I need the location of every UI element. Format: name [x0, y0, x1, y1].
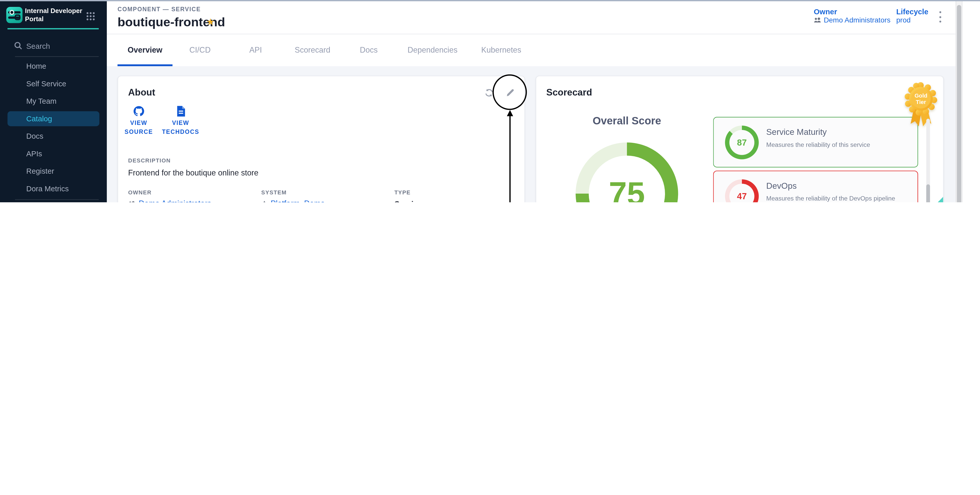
- app-window: Internal Developer Portal Search Home Se…: [0, 0, 980, 202]
- search-input[interactable]: Search: [26, 42, 50, 51]
- scorecard-metric-list: 87 Service Maturity Measures the reliabi…: [713, 116, 931, 202]
- app-switcher-icon[interactable]: [86, 11, 95, 21]
- sidebar-item-dora-metrics[interactable]: Dora Metrics: [7, 181, 99, 196]
- view-techdocs-button[interactable]: VIEW TECHDOCS: [159, 119, 202, 136]
- description-label: DESCRIPTION: [128, 158, 171, 164]
- page-scrollbar-thumb[interactable]: [957, 5, 961, 202]
- type-field-value: Service: [395, 200, 422, 202]
- app-title: Internal Developer Portal: [25, 7, 85, 23]
- people-icon: [814, 17, 821, 23]
- badge-line1: Gold: [915, 92, 928, 99]
- github-icon: [133, 105, 144, 117]
- about-card: About VIEW SOURCE VIE: [118, 76, 525, 202]
- favorite-star-icon[interactable]: ★: [206, 16, 215, 28]
- header-lifecycle-block: Lifecycle prod: [896, 7, 928, 24]
- sidebar-divider: [15, 56, 99, 57]
- lifecycle-value: prod: [896, 16, 928, 24]
- overall-score-label: Overall Score: [536, 115, 718, 127]
- tab-dependencies[interactable]: Dependencies: [407, 46, 458, 54]
- overall-score-donut: 75: [576, 143, 678, 202]
- metric-list-scrollbar-thumb[interactable]: [926, 185, 930, 202]
- app-logo[interactable]: [6, 7, 22, 23]
- annotation-circle: [493, 74, 527, 110]
- tab-cicd[interactable]: CI/CD: [189, 46, 210, 54]
- type-field-label: TYPE: [395, 189, 410, 196]
- sidebar-item-catalog[interactable]: Catalog: [7, 111, 99, 126]
- sidebar-item-home[interactable]: Home: [7, 59, 99, 74]
- techdocs-icon: [176, 105, 186, 117]
- metric-donut: 47: [725, 179, 759, 202]
- system-field-link[interactable]: Platform_Demo: [261, 199, 325, 202]
- breadcrumb: COMPONENT — SERVICE: [118, 6, 201, 13]
- lifecycle-label: Lifecycle: [896, 7, 928, 16]
- header-owner-block: Owner Demo Administrators: [814, 7, 890, 24]
- metric-donut: 87: [725, 126, 759, 159]
- sidebar: Internal Developer Portal Search Home Se…: [0, 1, 107, 202]
- active-tab-underline: [118, 64, 172, 66]
- sidebar-item-self-service[interactable]: Self Service: [7, 76, 99, 91]
- sidebar-divider: [15, 199, 99, 200]
- sidebar-item-my-team[interactable]: My Team: [7, 94, 99, 109]
- system-field-label: SYSTEM: [261, 189, 286, 196]
- system-icon: [261, 200, 267, 202]
- tab-kubernetes[interactable]: Kubernetes: [481, 46, 521, 54]
- people-icon: [128, 201, 136, 202]
- tab-docs[interactable]: Docs: [360, 46, 378, 54]
- view-source-button[interactable]: VIEW SOURCE: [117, 119, 161, 136]
- tab-api[interactable]: API: [249, 46, 262, 54]
- tab-bar: Overview CI/CD API Scorecard Docs Depend…: [107, 35, 956, 67]
- right-rail: [963, 1, 980, 202]
- owner-field-label: OWNER: [128, 189, 152, 196]
- metric-card-devops[interactable]: 47 DevOps Measures the reliability of th…: [713, 170, 918, 202]
- tab-scorecard[interactable]: Scorecard: [295, 46, 330, 54]
- annotation-arrow-line: [509, 115, 511, 202]
- owner-field-link[interactable]: Demo Administrators: [128, 199, 211, 202]
- overall-score-value: 75: [609, 175, 645, 202]
- scorecard-title: Scorecard: [546, 87, 592, 97]
- sliders-logo-icon: [6, 7, 22, 23]
- sidebar-item-apis[interactable]: APIs: [7, 146, 99, 161]
- sidebar-accent-rule: [7, 28, 99, 29]
- tab-overview[interactable]: Overview: [128, 46, 162, 54]
- scorecard-card: Scorecard Overall Score 75 87 Service Ma…: [536, 76, 944, 202]
- more-options-kebab-icon[interactable]: [939, 11, 942, 22]
- search-icon[interactable]: [14, 41, 22, 50]
- about-title: About: [128, 87, 155, 97]
- sidebar-item-docs[interactable]: Docs: [7, 129, 99, 144]
- description-value: Frontend for the boutique online store: [128, 169, 259, 178]
- owner-link[interactable]: Demo Administrators: [814, 16, 890, 24]
- sidebar-item-register[interactable]: Register: [7, 164, 99, 179]
- metric-card-service-maturity[interactable]: 87 Service Maturity Measures the reliabi…: [713, 117, 918, 167]
- owner-label: Owner: [814, 7, 890, 16]
- badge-line2: Tier: [916, 99, 926, 105]
- gold-tier-badge: Gold Tier: [900, 80, 941, 130]
